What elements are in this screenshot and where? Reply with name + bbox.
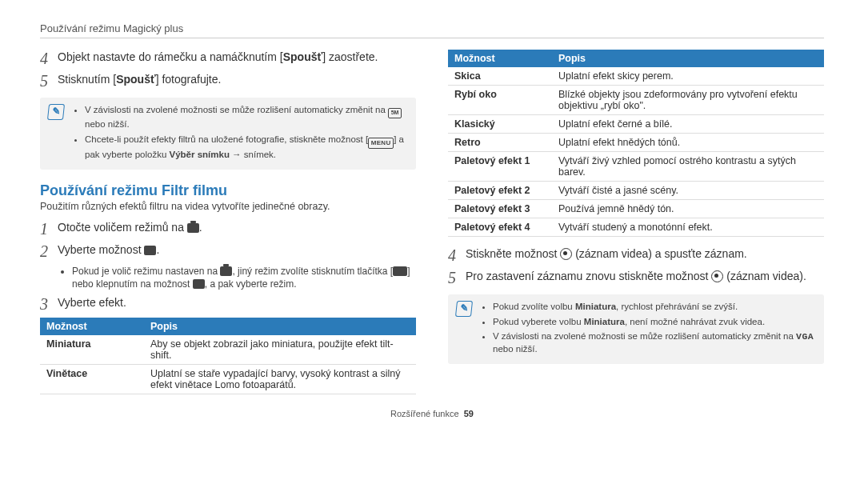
footer: Rozšířené funkce 59 xyxy=(40,409,824,418)
left-column: 4 Objekt nastavte do rámečku a namáčknut… xyxy=(40,50,416,394)
col-option: Možnost xyxy=(40,318,144,335)
step-text: Pro zastavení záznamu znovu stiskněte mo… xyxy=(466,269,824,284)
step-2: 2 Vyberte možnost . xyxy=(40,242,416,260)
step-5r: 5 Pro zastavení záznamu znovu stiskněte … xyxy=(448,269,824,286)
note-item: V závislosti na zvolené možnosti se může… xyxy=(85,104,408,131)
col-desc: Popis xyxy=(144,318,416,335)
table-row: Rybí okoBlízké objekty jsou zdeformovány… xyxy=(448,86,824,115)
note-item: Pokud zvolíte volbu Miniatura, rychlost … xyxy=(493,301,816,314)
section-subtitle: Použitím různých efektů filtru na videa … xyxy=(40,201,416,212)
step-text: Stiskněte možnost (záznam videa) a spusť… xyxy=(466,246,824,262)
sub-bullet: Pokud je volič režimu nastaven na , jiný… xyxy=(72,265,416,290)
right-column: Možnost Popis SkicaUplatní efekt skicy p… xyxy=(448,50,824,394)
record-icon xyxy=(711,270,723,282)
note-list: Pokud zvolíte volbu Miniatura, rychlost … xyxy=(480,301,816,358)
step-number: 3 xyxy=(40,295,58,313)
step-3: 3 Vyberte efekt. xyxy=(40,295,416,313)
note-item: Chcete-li použít efekty filtrů na uložen… xyxy=(85,134,408,162)
step-number: 4 xyxy=(40,50,58,67)
col-option: Možnost xyxy=(448,50,552,67)
vga-icon: VGA xyxy=(796,331,814,342)
table-row: RetroUplatní efekt hnědých tónů. xyxy=(448,134,824,152)
note-list: V závislosti na zvolené možnosti se může… xyxy=(72,104,408,163)
footer-label: Rozšířené funkce xyxy=(390,409,459,418)
step-number: 5 xyxy=(40,72,58,90)
note-item: Pokud vyberete volbu Miniatura, není mož… xyxy=(493,316,816,329)
step-number: 2 xyxy=(40,242,58,260)
note-icon: ✎ xyxy=(47,104,65,120)
divider xyxy=(40,38,824,38)
step-text: Otočte voličem režimů na . xyxy=(58,220,416,235)
step-text: Vyberte možnost . xyxy=(58,242,416,258)
breadcrumb: Používání režimu Magický plus xyxy=(40,22,824,34)
step-text: Objekt nastavte do rámečku a namáčknutím… xyxy=(58,50,416,65)
step-4r: 4 Stiskněte možnost (záznam videa) a spu… xyxy=(448,246,824,264)
table-row: Paletový efekt 4Vytváří studený a monotó… xyxy=(448,218,824,237)
step-number: 1 xyxy=(40,220,58,238)
option-icon xyxy=(144,246,156,255)
note-box-1: ✎ V závislosti na zvolené možnosti se mů… xyxy=(40,98,416,170)
step-4: 4 Objekt nastavte do rámečku a namáčknut… xyxy=(40,50,416,67)
step-number: 5 xyxy=(448,269,466,286)
page-number: 59 xyxy=(464,409,474,418)
size-5m-icon: 5M xyxy=(388,108,402,118)
mode-dial-icon xyxy=(220,266,232,276)
effects-table-2: Možnost Popis SkicaUplatní efekt skicy p… xyxy=(448,50,824,237)
step-1: 1 Otočte voličem režimů na . xyxy=(40,220,416,238)
table-row: Paletový efekt 2Vytváří čisté a jasné sc… xyxy=(448,182,824,200)
col-desc: Popis xyxy=(552,50,824,67)
table-row: Vinětace Uplatní se staře vypadající bar… xyxy=(40,365,416,394)
table-row: Paletový efekt 3Používá jemně hnědý tón. xyxy=(448,200,824,218)
step-number: 4 xyxy=(448,246,466,264)
table-row: Miniatura Aby se objekt zobrazil jako mi… xyxy=(40,335,416,365)
note-box-2: ✎ Pokud zvolíte volbu Miniatura, rychlos… xyxy=(448,294,824,364)
section-title: Používání režimu Filtr filmu xyxy=(40,182,416,199)
mode-dial-icon xyxy=(187,223,199,233)
effects-table-1: Možnost Popis Miniatura Aby se objekt zo… xyxy=(40,318,416,394)
mode-icon xyxy=(193,279,205,289)
menu-icon: MENU xyxy=(368,138,394,149)
sub-bullet-list: Pokud je volič režimu nastaven na , jiný… xyxy=(40,265,416,290)
page-root: Používání režimu Magický plus 4 Objekt n… xyxy=(0,0,864,426)
back-icon xyxy=(393,266,407,276)
note-item: V závislosti na zvolené možnosti se může… xyxy=(493,330,816,355)
record-icon xyxy=(560,248,572,260)
table-row: Paletový efekt 1Vytváří živý vzhled pomo… xyxy=(448,152,824,182)
table-row: SkicaUplatní efekt skicy perem. xyxy=(448,67,824,86)
step-text: Stisknutím [Spoušť] fotografujte. xyxy=(58,72,416,87)
step-text: Vyberte efekt. xyxy=(58,295,416,310)
table-row: KlasickýUplatní efekt černé a bílé. xyxy=(448,115,824,134)
two-column-layout: 4 Objekt nastavte do rámečku a namáčknut… xyxy=(40,50,824,394)
step-5: 5 Stisknutím [Spoušť] fotografujte. xyxy=(40,72,416,90)
note-icon: ✎ xyxy=(455,301,473,317)
